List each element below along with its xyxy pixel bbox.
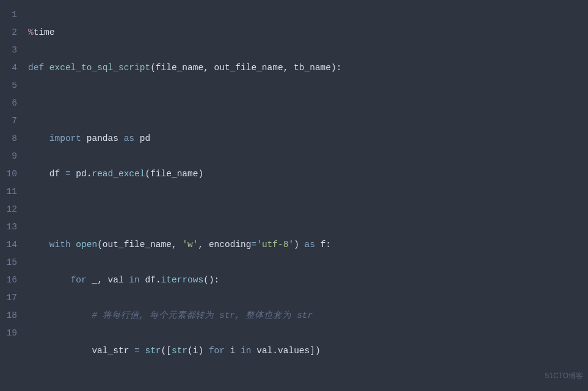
dot: . [272,346,278,356]
fn-str: str [172,346,187,356]
str-w: 'w' [182,240,198,249]
watermark: 51CTO博客 [545,367,583,385]
loop-vars: _, val [92,275,123,285]
params: (file_name, out_file_name, tb_name): [150,63,341,73]
paren: ) [294,240,299,249]
line-gutter: 1 2 3 4 5 6 7 8 9 10 11 12 13 14 15 16 1… [0,0,24,391]
op-eq: = [65,169,71,179]
line-number: 9 [0,148,17,165]
args: (out_file_name, [97,240,182,249]
line-number: 3 [0,41,17,59]
fn-iterrows: iterrows [161,275,204,285]
line-number: 15 [0,254,17,271]
code-area[interactable]: %time def excel_to_sql_script(file_name,… [24,0,588,391]
line-number: 19 [0,325,17,342]
kw-as: as [305,240,315,249]
args: (file_name) [145,169,203,179]
args: , encoding [198,240,251,249]
var-i: i [230,346,236,356]
paren: (): [203,275,219,285]
bracket: ([ [161,346,172,356]
paren: (i) [187,346,203,356]
kw-in: in [129,275,139,285]
magic-percent: % [28,27,34,37]
var-df: df [49,169,60,179]
line-number: 13 [0,218,17,236]
code-editor: 1 2 3 4 5 6 7 8 9 10 11 12 13 14 15 16 1… [0,0,588,391]
def-name: excel_to_sql_script [49,63,150,73]
attr-values: values]) [278,346,321,356]
line-number: 1 [0,6,17,24]
ref-pd: pd [76,169,86,179]
kw-with: with [49,240,71,249]
line-number: 4 [0,59,17,77]
line-number: 11 [0,183,17,201]
fn-read-excel: read_excel [92,169,145,179]
line-number: 16 [0,271,17,289]
ref-df: df [145,275,155,285]
fn-open: open [76,240,97,249]
line-number: 14 [0,236,17,254]
line-number: 17 [0,289,17,307]
line-number: 2 [0,24,17,41]
ref-val: val [256,346,272,356]
comment: # 将每行值, 每个元素都转为 str, 整体也套为 str [92,310,313,320]
kw-for: for [209,346,225,356]
mod-pandas: pandas [87,134,118,143]
kw-for: for [71,275,87,285]
line-number: 18 [0,307,17,325]
var-f: f: [321,240,331,249]
line-number: 7 [0,112,17,130]
op-eq: = [252,240,257,249]
alias-pd: pd [140,134,150,143]
kw-in: in [241,346,251,356]
line-number: 6 [0,95,17,112]
kw-def: def [28,63,44,73]
var-valstr: val_str [92,346,129,356]
op-eq: = [134,346,140,356]
line-number: 8 [0,130,17,148]
line-number: 10 [0,165,17,183]
dot: . [156,275,161,285]
line-number: 5 [0,77,17,95]
line-number: 12 [0,201,17,218]
kw-import: import [49,134,81,143]
kw-as: as [124,134,134,143]
magic-time: time [34,27,55,37]
fn-str: str [145,346,161,356]
str-utf8: 'utf-8' [256,240,294,249]
